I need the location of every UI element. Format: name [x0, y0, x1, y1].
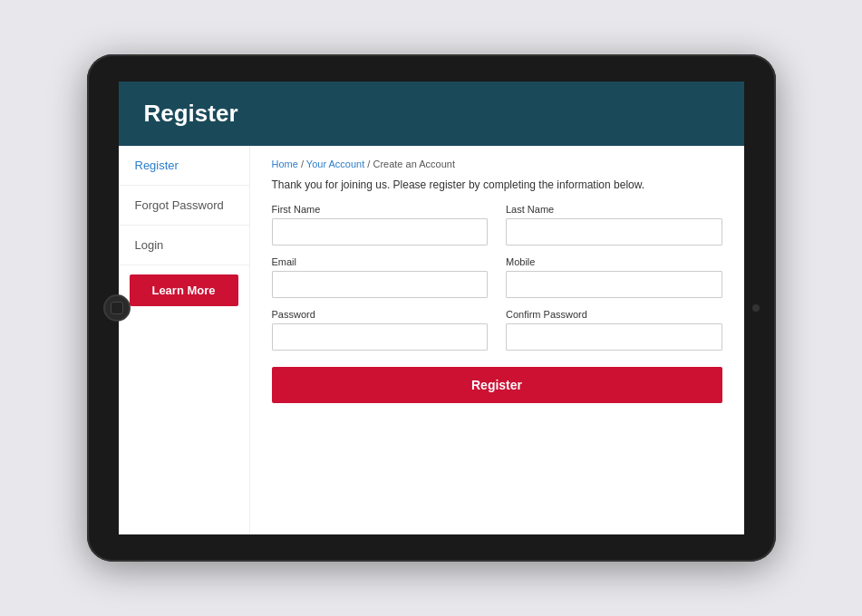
- breadcrumb-sep1: /: [301, 159, 304, 169]
- mobile-group: Mobile: [506, 256, 722, 298]
- sidebar-item-register[interactable]: Register: [119, 146, 249, 186]
- breadcrumb-sep2: /: [367, 159, 370, 169]
- sidebar: Register Forgot Password Login Learn Mor…: [119, 146, 250, 534]
- header-banner: Register: [119, 82, 744, 146]
- contact-row: Email Mobile: [272, 256, 722, 298]
- confirm-password-input[interactable]: [506, 323, 722, 351]
- mobile-label: Mobile: [506, 256, 722, 267]
- breadcrumb-current: Create an Account: [373, 159, 455, 169]
- confirm-password-group: Confirm Password: [506, 309, 722, 351]
- content-area: Register Forgot Password Login Learn Mor…: [119, 146, 744, 534]
- name-row: First Name Last Name: [272, 204, 722, 245]
- tablet-frame: Register Register Forgot Password Login …: [87, 54, 776, 562]
- last-name-input[interactable]: [506, 218, 722, 245]
- email-input[interactable]: [272, 271, 489, 298]
- intro-text: Thank you for joining us. Please registe…: [272, 178, 722, 191]
- breadcrumb: Home / Your Account / Create an Account: [272, 159, 722, 169]
- password-group: Password: [272, 309, 489, 351]
- password-input[interactable]: [272, 323, 489, 351]
- sidebar-item-login[interactable]: Login: [119, 226, 249, 265]
- confirm-password-label: Confirm Password: [506, 309, 722, 320]
- page-title: Register: [144, 100, 719, 128]
- breadcrumb-your-account[interactable]: Your Account: [306, 159, 364, 169]
- email-label: Email: [272, 256, 489, 267]
- email-group: Email: [272, 256, 489, 298]
- password-label: Password: [272, 309, 489, 320]
- register-form: First Name Last Name Email: [272, 204, 722, 403]
- screen: Register Register Forgot Password Login …: [119, 82, 744, 534]
- first-name-group: First Name: [272, 204, 489, 245]
- mobile-input[interactable]: [506, 271, 722, 298]
- register-button[interactable]: Register: [272, 367, 722, 403]
- sidebar-item-forgot-password[interactable]: Forgot Password: [119, 186, 249, 226]
- breadcrumb-home[interactable]: Home: [272, 159, 298, 169]
- camera: [752, 304, 760, 312]
- learn-more-button[interactable]: Learn More: [130, 274, 238, 306]
- main-content: Home / Your Account / Create an Account …: [250, 146, 744, 534]
- home-button[interactable]: [103, 294, 131, 322]
- last-name-group: Last Name: [506, 204, 722, 245]
- password-row: Password Confirm Password: [272, 309, 722, 351]
- home-button-inner: [111, 302, 123, 314]
- first-name-input[interactable]: [272, 218, 489, 245]
- last-name-label: Last Name: [506, 204, 722, 215]
- first-name-label: First Name: [272, 204, 489, 215]
